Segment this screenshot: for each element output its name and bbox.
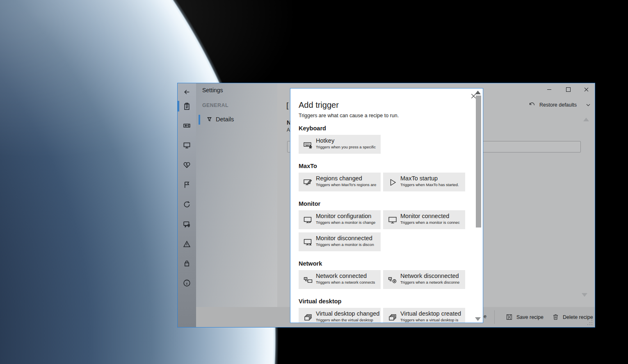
trigger-card-virtual-desktop-changed[interactable]: Virtual desktop changed Triggers when th… <box>299 308 381 323</box>
sidebar <box>178 83 196 327</box>
maximize-icon <box>566 87 571 92</box>
virtual-desktop-icon <box>388 313 397 323</box>
trigger-card-maxto-startup[interactable]: MaxTo startup Triggers when MaxTo has st… <box>383 173 465 191</box>
desktop: Settings GENERAL Details Restore default… <box>0 0 628 364</box>
back-arrow-icon <box>183 89 190 96</box>
restore-defaults-label: Restore defaults <box>539 102 577 108</box>
resize-grip[interactable] <box>587 320 592 325</box>
sidebar-item-warnings[interactable] <box>178 237 196 251</box>
nav-item-label: Details <box>216 116 234 123</box>
save-icon <box>506 314 513 321</box>
lock-icon <box>183 259 191 267</box>
trigger-card-hotkey[interactable]: Hotkey Triggers when you press a specifi… <box>299 135 381 154</box>
sidebar-item-recipes[interactable] <box>178 99 196 113</box>
sidebar-item-feedback[interactable] <box>178 217 196 231</box>
minimize-button[interactable] <box>540 83 559 96</box>
scroll-up-arrow[interactable] <box>475 91 481 94</box>
maximize-button[interactable] <box>559 83 578 96</box>
commandbar-divider <box>494 310 495 324</box>
scrollbar-thumb[interactable] <box>476 96 481 228</box>
trigger-card-monitor-connected[interactable]: Monitor connected Triggers when a monito… <box>383 210 465 229</box>
warning-icon <box>183 240 191 248</box>
monitor-icon <box>183 141 191 149</box>
sidebar-item-flags[interactable] <box>178 177 196 191</box>
feedback-shield-icon <box>183 221 191 228</box>
monitor-connected-icon <box>388 215 397 225</box>
scroll-down-arrow[interactable] <box>475 317 481 321</box>
trash-icon <box>552 314 559 321</box>
flag-icon <box>183 181 191 189</box>
sidebar-item-sync[interactable] <box>178 197 196 211</box>
section-header-maxto: MaxTo <box>299 162 468 170</box>
info-icon <box>183 279 191 287</box>
save-recipe-button[interactable]: Save recipe <box>506 307 544 327</box>
network-connected-icon <box>303 275 313 285</box>
clipped-button-fragment: e <box>484 314 486 319</box>
sidebar-item-displays[interactable] <box>178 138 196 152</box>
hotkey-box-icon <box>183 122 191 130</box>
filter-icon <box>206 116 213 123</box>
nav-selection-indicator <box>199 115 200 125</box>
trigger-card-monitor-disconnected[interactable]: Monitor disconnected Triggers when a mon… <box>299 232 381 251</box>
dialog-scrollbar[interactable] <box>475 89 482 322</box>
delete-recipe-label: Delete recipe <box>563 314 593 320</box>
section-header-network: Network <box>299 260 468 268</box>
back-button[interactable] <box>178 85 196 99</box>
settings-nav-panel: Settings GENERAL Details <box>196 83 277 327</box>
add-trigger-dialog: Add trigger Triggers are what can cause … <box>290 88 483 323</box>
restore-defaults-button[interactable]: Restore defaults <box>528 100 591 109</box>
chevron-down-icon <box>585 102 591 108</box>
trigger-card-regions-changed[interactable]: Regions changed Triggers when MaxTo's re… <box>299 173 381 191</box>
minimize-icon <box>547 89 551 90</box>
keyboard-hotkey-icon <box>303 140 313 150</box>
sidebar-item-about[interactable] <box>178 276 196 290</box>
clipboard-icon <box>183 102 191 110</box>
section-header-keyboard: Keyboard <box>299 125 468 132</box>
monitor-config-icon <box>303 215 313 225</box>
page-scroll-down-arrow[interactable] <box>582 293 587 297</box>
trigger-card-virtual-desktop-created[interactable]: Virtual desktop created Triggers when a … <box>383 308 465 323</box>
sync-icon <box>183 200 191 208</box>
nav-item-details[interactable]: Details <box>196 114 277 126</box>
sidebar-item-security[interactable] <box>178 256 196 270</box>
nav-section-label: GENERAL <box>202 102 228 108</box>
sidebar-item-hotkeys[interactable] <box>178 118 196 132</box>
trigger-card-network-disconnected[interactable]: Network disconnected Triggers when a net… <box>383 270 465 289</box>
dialog-subtitle: Triggers are what can cause a recipe to … <box>299 112 468 119</box>
trigger-card-network-connected[interactable]: Network connected Triggers when a networ… <box>299 270 381 289</box>
page-title: Settings <box>202 87 223 93</box>
section-header-virtual-desktop: Virtual desktop <box>299 298 468 305</box>
sidebar-item-health[interactable] <box>178 158 196 172</box>
regions-changed-icon <box>303 177 313 187</box>
section-header-monitor: Monitor <box>299 200 468 208</box>
close-icon <box>584 87 589 92</box>
virtual-desktop-icon <box>303 313 313 323</box>
heart-icon <box>183 161 191 169</box>
monitor-disconnected-icon <box>303 237 313 247</box>
page-scroll-up-arrow[interactable] <box>583 118 589 121</box>
network-disconnected-icon <box>388 275 397 285</box>
play-icon <box>388 177 397 187</box>
undo-icon <box>528 101 536 109</box>
dialog-title: Add trigger <box>299 100 468 110</box>
window-close-button[interactable] <box>577 83 596 96</box>
trigger-card-monitor-configuration[interactable]: Monitor configuration Triggers when a mo… <box>299 210 381 229</box>
save-recipe-label: Save recipe <box>516 314 544 320</box>
